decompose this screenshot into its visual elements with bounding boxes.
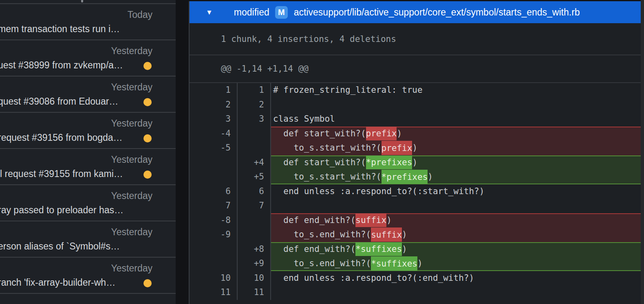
- commit-list-item[interactable]: Yesterday erson aliases of `Symbol#s…: [0, 221, 176, 258]
- old-line-number: 2: [190, 98, 238, 112]
- new-line-number: 7: [238, 199, 271, 213]
- diff-line-row: -4 def start_with?(prefix): [190, 127, 641, 141]
- commit-date-label: Yesterday: [0, 154, 176, 166]
- diff-line-row: 11 11: [190, 285, 641, 300]
- commit-indicator-dot: [143, 279, 152, 287]
- old-line-number: -9: [190, 227, 238, 242]
- new-line-number: [238, 227, 271, 242]
- commit-list-item[interactable]: Yesterday ranch 'fix-array-builder-wh…: [0, 258, 176, 294]
- old-line-number: 1: [190, 83, 238, 98]
- code-cell: def start_with?(*prefixes): [271, 155, 641, 170]
- commit-list-item[interactable]: Yesterday quest #39086 from Edouar…: [0, 77, 176, 113]
- diff-line-row: -5 to_s.start_with?(prefix): [190, 141, 641, 155]
- old-line-number: [190, 170, 238, 184]
- commit-list-item[interactable]: Today mem transaction tests run i…: [0, 4, 176, 40]
- commit-indicator-dot: [143, 134, 152, 142]
- new-line-number: [238, 141, 271, 155]
- file-path-label: activesupport/lib/active_support/core_ex…: [294, 7, 580, 18]
- partial-text-glyph: [81, 0, 83, 2]
- code-cell: [271, 98, 641, 112]
- modified-status-badge: M: [275, 6, 288, 19]
- code-cell: [271, 285, 641, 300]
- diff-summary-row: 1 chunk, 4 insertions, 4 deletions: [190, 23, 641, 55]
- diff-line-row: 6 6 end unless :a.respond_to?(:start_wit…: [190, 184, 641, 199]
- new-line-number: 6: [238, 184, 271, 199]
- old-line-number: [190, 242, 238, 257]
- diff-code-area: 1 1 # frozen_string_literal: true 2 2 3 …: [190, 83, 641, 300]
- diff-line-row: +8 def end_with?(*suffixes): [190, 242, 641, 257]
- old-line-number: 11: [190, 285, 238, 300]
- diff-line-row: -9 to_s.end_with?(suffix): [190, 227, 641, 242]
- new-line-number: 2: [238, 98, 271, 112]
- commit-indicator-dot: [143, 98, 152, 106]
- code-cell: def start_with?(prefix): [271, 127, 641, 141]
- commit-list: Today mem transaction tests run i… Yeste…: [0, 4, 176, 294]
- old-line-number: 10: [190, 271, 238, 286]
- scrollbar-gutter: [641, 0, 644, 304]
- code-cell: end unless :a.respond_to?(:start_with?): [271, 184, 641, 199]
- new-line-number: 11: [238, 285, 271, 300]
- diff-line-row: 1 1 # frozen_string_literal: true: [190, 83, 641, 98]
- code-cell: [271, 199, 641, 213]
- new-line-number: [238, 213, 271, 228]
- commit-list-item[interactable]: Yesterday ray passed to preloader has…: [0, 185, 176, 221]
- new-line-number: 3: [238, 112, 271, 127]
- code-cell: def end_with?(*suffixes): [271, 242, 641, 257]
- code-cell: to_s.end_with?(suffix): [271, 227, 641, 242]
- old-line-number: -4: [190, 127, 238, 141]
- new-line-number: +4: [238, 155, 271, 170]
- commit-date-label: Yesterday: [0, 81, 176, 93]
- old-line-number: 7: [190, 199, 238, 213]
- file-status-label: modified: [234, 7, 269, 18]
- commit-date-label: Yesterday: [0, 226, 176, 238]
- code-cell: def end_with?(suffix): [271, 213, 641, 228]
- commit-list-item[interactable]: Yesterday ll request #39155 from kami…: [0, 149, 176, 185]
- old-line-number: 3: [190, 112, 238, 127]
- code-cell: end unless :a.respond_to?(:end_with?): [271, 271, 641, 286]
- chunk-header-text: @@ -1,14 +1,14 @@: [221, 64, 309, 74]
- commit-date-label: Yesterday: [0, 262, 176, 274]
- diff-line-row: 10 10 end unless :a.respond_to?(:end_wit…: [190, 271, 641, 286]
- commit-message: ray passed to preloader has…: [0, 204, 176, 217]
- commit-indicator-dot: [143, 62, 152, 70]
- diff-line-row: 7 7: [190, 199, 641, 213]
- commit-history-sidebar: Today mem transaction tests run i… Yeste…: [0, 0, 176, 304]
- old-line-number: [190, 256, 238, 271]
- diff-file-header[interactable]: ▼ modified M activesupport/lib/active_su…: [190, 1, 641, 23]
- commit-date-label: Yesterday: [0, 190, 176, 202]
- code-cell: to_s.end_with?(*suffixes): [271, 256, 641, 271]
- old-line-number: -8: [190, 213, 238, 228]
- commit-list-item[interactable]: Yesterday uest #38999 from zvkemp/a…: [0, 40, 176, 77]
- new-line-number: +8: [238, 242, 271, 257]
- new-line-number: 10: [238, 271, 271, 286]
- new-line-number: 1: [238, 83, 271, 98]
- diff-summary-text: 1 chunk, 4 insertions, 4 deletions: [221, 34, 396, 44]
- new-line-number: +5: [238, 170, 271, 184]
- commit-date-label: Yesterday: [0, 45, 176, 57]
- code-cell: class Symbol: [271, 112, 641, 127]
- collapse-triangle-icon[interactable]: ▼: [206, 9, 213, 16]
- code-cell: to_s.start_with?(*prefixes): [271, 170, 641, 184]
- old-line-number: -5: [190, 141, 238, 155]
- commit-indicator-dot: [143, 171, 152, 179]
- old-line-number: [190, 155, 238, 170]
- commit-message: erson aliases of `Symbol#s…: [0, 240, 176, 253]
- commit-list-item[interactable]: Yesterday request #39156 from bogda…: [0, 113, 176, 149]
- new-line-number: +9: [238, 256, 271, 271]
- diff-panel: ▼ modified M activesupport/lib/active_su…: [189, 1, 641, 304]
- code-cell: to_s.start_with?(prefix): [271, 141, 641, 155]
- commit-message: mem transaction tests run i…: [0, 23, 176, 35]
- diff-line-row: -8 def end_with?(suffix): [190, 213, 641, 228]
- diff-line-row: +4 def start_with?(*prefixes): [190, 155, 641, 170]
- diff-line-row: 2 2: [190, 98, 641, 112]
- new-line-number: [238, 127, 271, 141]
- commit-date-label: Yesterday: [0, 118, 176, 129]
- old-line-number: 6: [190, 184, 238, 199]
- code-cell: # frozen_string_literal: true: [271, 83, 641, 98]
- diff-line-row: +9 to_s.end_with?(*suffixes): [190, 256, 641, 271]
- diff-line-row: +5 to_s.start_with?(*prefixes): [190, 170, 641, 184]
- commit-date-label: Today: [0, 9, 176, 21]
- partial-previous-commit-row: [0, 0, 176, 4]
- chunk-header-row: @@ -1,14 +1,14 @@: [190, 55, 641, 83]
- diff-line-row: 3 3 class Symbol: [190, 112, 641, 127]
